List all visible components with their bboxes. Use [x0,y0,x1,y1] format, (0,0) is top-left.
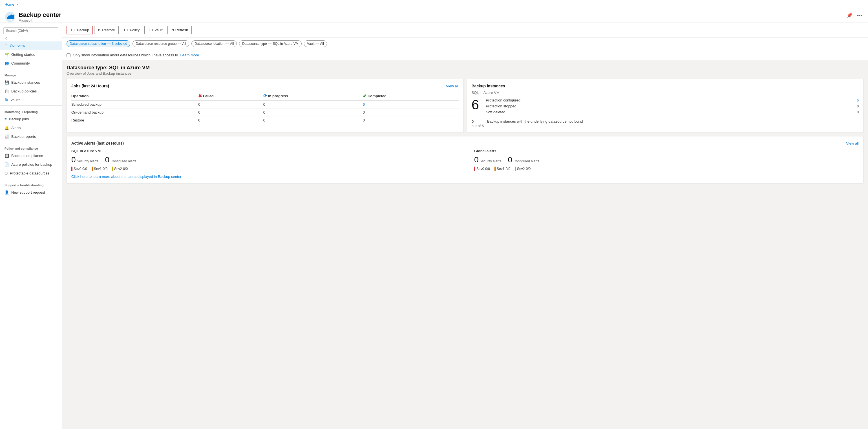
more-options-icon[interactable]: ••• [856,11,864,20]
alerts-sql-sev0: Sev0 0/0 [71,166,87,171]
toolbar: + + Backup ↺ Restore + + Policy + + Vaul… [62,23,868,37]
sidebar-item-backup-compliance[interactable]: 🔲 Backup compliance [0,151,62,160]
jobs-panel-header: Jobs (last 24 Hours) View all [71,84,459,88]
access-row: Only show information about datasources … [62,50,868,60]
backup-instances-panel: Backup instances SQL in Azure VM 6 Prote… [467,79,864,133]
alerts-sql-col: SQL in Azure VM 0 Security alerts 0 Conf… [71,149,456,171]
alerts-sql-sev-row: Sev0 0/0 Sev1 0/0 Sev2 0/0 [71,166,456,171]
sidebar-item-backup-instances[interactable]: 💾 Backup instances [0,78,62,87]
breadcrumb-bar: Home › [0,0,868,9]
sidebar-item-community[interactable]: 👥 Community [0,59,62,68]
table-row: Restore 0 0 0 [71,116,459,124]
filter-subscription[interactable]: Datasource subscription == 3 selected [66,40,130,47]
sev2-bar-global [515,166,516,171]
filter-datasource-type[interactable]: Datasource type == SQL in Azure VM [239,40,302,47]
sev0-value-sql: 0/0 [82,167,87,171]
policy-button[interactable]: + + Policy [120,26,143,34]
restore-icon: ↺ [98,28,101,32]
vaults-icon: 🏛 [4,98,8,102]
top-panels-row: Jobs (last 24 Hours) View all Operation … [66,79,864,133]
new-support-icon: 👤 [4,190,9,194]
sidebar-item-label-vaults: Vaults [10,98,20,102]
alerts-sql-counts: 0 Security alerts 0 Configured alerts [71,155,456,164]
policy-button-label: + Policy [127,28,140,32]
in-progress-icon: ⟳ [263,93,267,99]
sev2-label-sql: Sev2 [114,167,122,171]
filter-resource-group[interactable]: Datasource resource group == All [132,40,189,47]
refresh-button[interactable]: ↻ Refresh [167,26,192,34]
sidebar-section-support: Support + troubleshooting [0,180,62,188]
sidebar-item-backup-policies[interactable]: 📋 Backup policies [0,87,62,96]
sidebar-item-label-getting-started: Getting started [11,53,35,57]
alerts-sql-security-label: Security alerts [77,159,98,163]
sidebar-item-label-backup-jobs: Backup jobs [9,117,29,121]
sidebar-item-getting-started[interactable]: 🌱 Getting started [0,50,62,59]
alerts-sql-security: 0 Security alerts [71,155,98,164]
access-label: Only show information about datasources … [73,53,178,57]
sidebar-item-alerts[interactable]: 🔔 Alerts [0,123,62,132]
alerts-view-all-link[interactable]: View all [846,141,859,146]
bi-protection-configured-link[interactable]: 6 [857,98,859,102]
sidebar-item-azure-policies[interactable]: 📄 Azure policies for backup [0,160,62,169]
alerts-global-title: Global alerts [474,149,859,153]
sidebar-item-backup-jobs[interactable]: ≡ Backup jobs [0,115,62,123]
bi-stats: Protection configured 6 Protection stopp… [486,98,859,116]
backup-button[interactable]: + + Backup [66,26,93,34]
alerts-global-sev2: Sev2 0/0 [515,166,531,171]
refresh-icon: ↻ [171,28,174,32]
alerts-global-security: 0 Security alerts [474,155,501,164]
filter-vault[interactable]: Vault == All [304,40,327,47]
sidebar-item-new-support[interactable]: 👤 New support request [0,188,62,197]
pin-icon[interactable]: 📌 [845,11,854,20]
breadcrumb-home[interactable]: Home [4,2,14,6]
access-checkbox[interactable] [66,53,70,57]
job-inprogress: 0 [263,109,363,116]
bi-stat-protection-configured: Protection configured 6 [486,98,859,102]
job-operation: Scheduled backup [71,101,198,109]
bi-soft-deleted-value: 0 [857,110,859,114]
sidebar-item-label-azure-policies: Azure policies for backup [11,162,52,166]
restore-button[interactable]: ↺ Restore [94,26,119,34]
job-completed: 0 [363,109,459,116]
sidebar-collapse-btn[interactable]: 《 [0,35,10,42]
sev1-bar-sql [92,166,93,171]
sidebar-section-policy: Policy and compliance [0,144,62,151]
search-input[interactable] [3,27,58,34]
sidebar-item-label-community: Community [11,61,30,65]
failed-icon: ✖ [198,93,202,99]
bi-footer: 0 out of 6 Backup instances with the und… [472,119,859,128]
sidebar-section-monitoring: Monitoring + reporting [0,107,62,115]
alerts-panel-title: Active Alerts (last 24 Hours) [71,141,124,146]
vault-button[interactable]: + + Vault [144,26,166,34]
completed-link[interactable]: 6 [363,102,365,106]
backup-plus-icon: + [70,28,73,32]
jobs-view-all-link[interactable]: View all [446,84,459,88]
sev0-label-sql: Sev0 [73,167,81,171]
alerts-learn-more-link[interactable]: Click here to learn more about the alert… [71,175,859,179]
main-layout: 《 ⊞ Overview 🌱 Getting started 👥 Communi… [0,23,868,429]
datasource-title: Datasource type: SQL in Azure VM [66,65,864,71]
alerts-columns: SQL in Azure VM 0 Security alerts 0 Conf… [71,149,859,171]
sidebar-divider-2 [0,105,62,106]
main-content: + + Backup ↺ Restore + + Policy + + Vaul… [62,23,868,429]
filter-subscription-label: Datasource subscription == 3 selected [70,42,127,45]
filter-datasource-type-label: Datasource type == SQL in Azure VM [242,42,299,45]
alerts-sql-security-num: 0 [71,155,76,164]
backup-instances-icon: 💾 [4,80,9,85]
learn-more-link[interactable]: Learn more. [180,53,200,57]
sidebar-item-protectable-datasources[interactable]: ⬡ Protectable datasources [0,169,62,178]
alerts-global-sev-row: Sev0 0/0 Sev1 0/0 Sev2 0/0 [474,166,859,171]
filter-location[interactable]: Datasource location == All [191,40,237,47]
sidebar-item-backup-reports[interactable]: 📊 Backup reports [0,132,62,141]
bi-total-count: 6 [472,98,479,112]
policy-plus-icon: + [123,28,126,32]
sidebar-item-label-overview: Overview [10,44,25,48]
table-row: Scheduled backup 0 0 6 [71,101,459,109]
sidebar-item-overview[interactable]: ⊞ Overview [0,41,62,50]
backup-button-label: + Backup [74,28,89,32]
sev0-bar-global [474,166,475,171]
protectable-datasources-icon: ⬡ [4,171,8,175]
jobs-panel-title: Jobs (last 24 Hours) [71,84,109,88]
alerts-global-configured: 0 Configured alerts [508,155,539,164]
sidebar-item-vaults[interactable]: 🏛 Vaults [0,96,62,104]
